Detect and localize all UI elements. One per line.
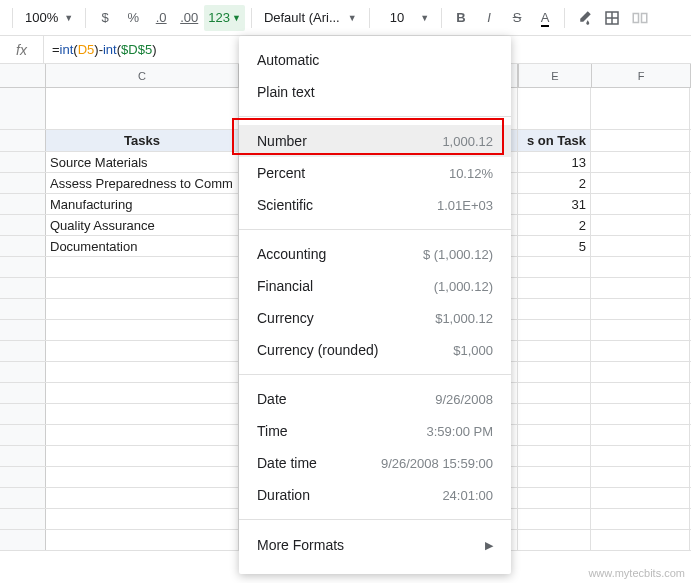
- borders-button[interactable]: [599, 5, 625, 31]
- col-header-f[interactable]: F: [592, 64, 691, 87]
- italic-button[interactable]: I: [476, 5, 502, 31]
- fill-color-button[interactable]: [571, 5, 597, 31]
- number-format-button[interactable]: 123▼: [204, 5, 245, 31]
- menu-currency-rounded[interactable]: Currency (rounded)$1,000: [239, 334, 511, 366]
- currency-button[interactable]: $: [92, 5, 118, 31]
- number-format-menu: Automatic Plain text Number1,000.12 Perc…: [239, 36, 511, 574]
- menu-currency[interactable]: Currency$1,000.12: [239, 302, 511, 334]
- menu-number[interactable]: Number1,000.12: [239, 125, 511, 157]
- svg-rect-4: [642, 13, 647, 22]
- menu-automatic[interactable]: Automatic: [239, 44, 511, 76]
- menu-percent[interactable]: Percent10.12%: [239, 157, 511, 189]
- font-size-select[interactable]: 10▼: [376, 10, 435, 25]
- header-days: s on Task: [518, 130, 591, 151]
- strikethrough-button[interactable]: S: [504, 5, 530, 31]
- text-color-button[interactable]: A: [532, 5, 558, 31]
- menu-more-formats[interactable]: More Formats▶: [239, 528, 511, 562]
- menu-scientific[interactable]: Scientific1.01E+03: [239, 189, 511, 221]
- bold-button[interactable]: B: [448, 5, 474, 31]
- fx-label: fx: [0, 36, 44, 63]
- merge-cells-button[interactable]: [627, 5, 653, 31]
- header-tasks: Tasks: [46, 130, 239, 151]
- menu-financial[interactable]: Financial(1,000.12): [239, 270, 511, 302]
- col-header-c[interactable]: C: [46, 64, 239, 87]
- decrease-decimal-button[interactable]: .0: [148, 5, 174, 31]
- menu-date-time[interactable]: Date time9/26/2008 15:59:00: [239, 447, 511, 479]
- menu-duration[interactable]: Duration24:01:00: [239, 479, 511, 511]
- menu-date[interactable]: Date9/26/2008: [239, 383, 511, 415]
- font-family-select[interactable]: Default (Ari...▼: [258, 10, 363, 25]
- col-header-e[interactable]: E: [519, 64, 592, 87]
- menu-plain-text[interactable]: Plain text: [239, 76, 511, 108]
- chevron-right-icon: ▶: [485, 539, 493, 552]
- percent-button[interactable]: %: [120, 5, 146, 31]
- menu-time[interactable]: Time3:59:00 PM: [239, 415, 511, 447]
- menu-accounting[interactable]: Accounting$ (1,000.12): [239, 238, 511, 270]
- watermark: www.mytecbits.com: [588, 567, 685, 579]
- increase-decimal-button[interactable]: .00: [176, 5, 202, 31]
- svg-rect-3: [633, 13, 638, 22]
- toolbar: 100%▼ $ % .0 .00 123▼ Default (Ari...▼ 1…: [0, 0, 691, 36]
- zoom-select[interactable]: 100%▼: [19, 10, 79, 25]
